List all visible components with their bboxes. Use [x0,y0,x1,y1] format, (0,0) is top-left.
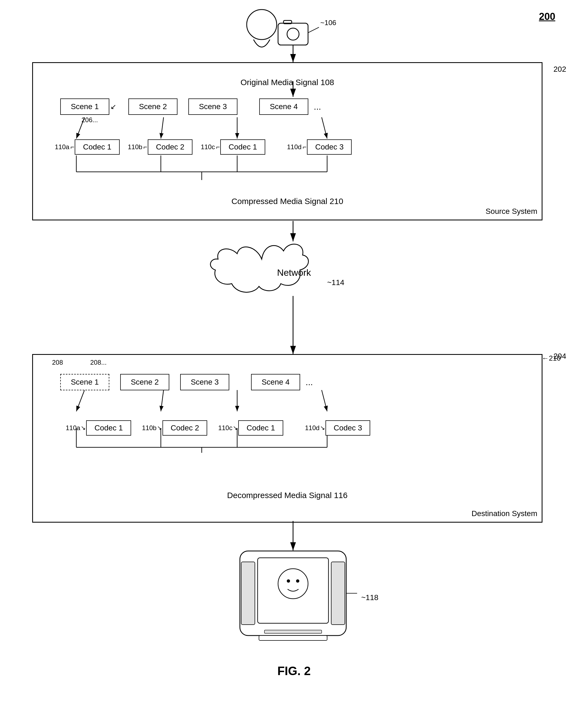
source-codec-label-110b: 110b [128,143,142,151]
dest-codec-4-box: Codec 3 [325,420,370,435]
diagram-number: 200 [539,11,555,22]
dest-scene-4-box: Scene 4 [251,374,300,390]
source-scenes-ellipsis: ... [314,102,321,112]
ref-206: 206... [81,116,98,124]
dest-codec-label-110c: 110c [218,424,232,432]
dest-codec-3-box: Codec 1 [238,420,283,435]
source-codec-3-box: Codec 1 [220,139,265,155]
dest-codec-row: 110a ↘ Codec 1 110b ↘ Codec 2 110c ↘ Cod… [66,420,370,435]
source-codec-row: 110a ⌐ Codec 1 110b ⌐ Codec 2 110c ⌐ Cod… [55,139,352,155]
svg-rect-5 [283,20,292,24]
source-scene-3-box: Scene 3 [188,99,238,115]
destination-system-label: Destination System [472,509,537,518]
original-media-signal-label: Original Media Signal 108 [33,78,542,87]
svg-point-4 [287,28,299,40]
ref-210-arrow: ←210 [542,354,561,362]
ref-208-1: 208 [52,359,63,366]
dest-codec-1-box: Codec 1 [86,420,131,435]
ref-114: ~114 [327,278,344,287]
dest-codec-label-110b: 110b [142,424,156,432]
svg-rect-34 [331,562,345,625]
source-codec-label-110a: 110a [55,143,69,151]
svg-rect-40 [264,630,322,633]
source-scene-4-box: Scene 4 [259,99,308,115]
decompressed-media-signal-label: Decompressed Media Signal 116 [33,491,542,500]
svg-point-36 [278,569,308,599]
dest-scene-3-box: Scene 3 [180,374,229,390]
svg-rect-35 [258,558,328,623]
dest-codec-2-box: Codec 2 [162,420,207,435]
dest-codec-label-110d: 110d [305,424,320,432]
source-system-label: Source System [485,207,537,216]
source-scene-2-box: Scene 2 [128,99,178,115]
svg-point-38 [296,579,299,583]
svg-rect-33 [241,562,255,625]
dest-codec-label-110a: 110a [66,424,80,432]
svg-rect-39 [259,636,327,640]
ref-202: 202 [553,65,566,74]
compressed-media-signal-label: Compressed Media Signal 210 [33,197,542,206]
source-codec-2-box: Codec 2 [148,139,192,155]
source-system-box: Source System Original Media Signal 108 … [32,62,542,220]
svg-point-2 [247,9,277,40]
ref-208-2: 208... [90,359,107,366]
source-codec-label-110d: 110d [287,143,302,151]
source-codec-label-110c: 110c [201,143,215,151]
svg-rect-3 [278,23,308,45]
dest-scenes-row: Scene 1 Scene 2 Scene 3 Scene 4 ... [60,374,313,390]
source-scene-1-box: Scene 1 [60,99,109,115]
destination-system-box: Destination System 208 208... Scene 1 Sc… [32,354,542,523]
source-codec-1-box: Codec 1 [75,139,119,155]
source-scenes-row: Scene 1 ↙ Scene 2 Scene 3 Scene 4 ... [60,99,321,115]
svg-line-6 [308,27,319,33]
ref-106: ~106 [320,18,336,27]
dest-scenes-ellipsis: ... [306,377,313,387]
fig-caption: FIG. 2 [277,664,311,678]
ref-118: ~118 [361,593,378,602]
source-codec-4-box: Codec 3 [307,139,352,155]
svg-point-37 [287,579,290,583]
dest-scene-2-box: Scene 2 [120,374,169,390]
svg-rect-32 [240,551,346,636]
network-label: Network [277,267,311,278]
dest-scene-1-box: Scene 1 [60,374,109,390]
